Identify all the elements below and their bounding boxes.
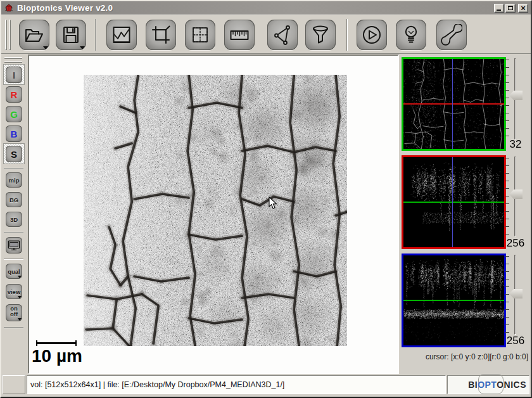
bulb-icon	[400, 24, 422, 46]
channel-g-button[interactable]: G	[6, 106, 22, 122]
view-label: view	[8, 288, 21, 295]
toolbar-handle[interactable]	[5, 20, 7, 50]
filter-button[interactable]	[305, 20, 336, 50]
on-off-button[interactable]: on off	[6, 304, 22, 321]
play-button[interactable]	[357, 20, 387, 50]
sidebar-handle[interactable]	[4, 61, 22, 63]
dropdown-arrow-icon	[18, 276, 22, 278]
sidebar-separator	[4, 259, 23, 260]
cursor-readout: cursor: [x:0 y:0 z:0][r:0 g:0 b:0]	[426, 352, 528, 361]
yz-slice-view[interactable]	[402, 254, 506, 347]
toolbar-handle[interactable]	[9, 20, 11, 50]
left-toolbar: I R G B S mip BG 3D qual view	[1, 55, 27, 374]
statusbar: vol: [512x512x64x1] | file: [E:/Desktop/…	[1, 374, 531, 397]
channel-i-selected-box: I	[3, 64, 25, 85]
bg-button[interactable]: BG	[6, 192, 22, 207]
play-icon	[361, 24, 383, 46]
channel-s-selected-box: S	[3, 143, 25, 164]
xz-slice-canvas	[403, 157, 504, 247]
volume-file-status: vol: [512x512x64x1] | file: [E:/Desktop/…	[30, 380, 284, 389]
mouse-cursor-icon	[269, 196, 277, 210]
measure-button[interactable]	[224, 20, 255, 50]
slider-thumb[interactable]	[509, 189, 522, 199]
channel-i-button[interactable]: I	[6, 67, 22, 83]
sidebar-separator	[4, 232, 23, 233]
channel-r-button[interactable]: R	[6, 86, 22, 103]
xz-slice-view[interactable]	[402, 155, 506, 249]
x-slice-slider[interactable]	[504, 255, 529, 335]
scale-bar-label: 10 µm	[32, 346, 82, 366]
crop-icon	[150, 24, 172, 46]
minimize-icon	[497, 10, 501, 11]
ruler-icon	[229, 24, 250, 46]
app-window: Bioptonics Viewer v2.0 ×	[0, 0, 532, 398]
slider-value: 256	[502, 335, 529, 347]
xy-slice-canvas	[403, 59, 504, 149]
channel-b-button[interactable]: B	[6, 125, 22, 142]
view-button[interactable]: view	[6, 284, 22, 299]
grid-icon	[189, 24, 211, 46]
dropdown-arrow-icon	[43, 46, 48, 49]
y-slice-slider[interactable]	[504, 157, 529, 236]
scale-bar	[36, 342, 77, 344]
channel-s-button[interactable]: S	[6, 146, 22, 162]
toolbar-separator	[95, 19, 96, 51]
sidebar-handle[interactable]	[4, 57, 22, 59]
angle-measure-button[interactable]	[267, 20, 298, 50]
slider-value: 32	[502, 138, 529, 151]
qual-button[interactable]: qual	[6, 264, 22, 279]
close-icon: ×	[519, 3, 528, 13]
maximize-icon	[508, 6, 513, 10]
funnel-icon	[310, 24, 331, 46]
dropdown-arrow-icon	[18, 296, 22, 298]
display-button[interactable]	[6, 237, 22, 254]
slider-ticks	[505, 256, 509, 333]
grid-button[interactable]	[185, 20, 215, 50]
lighting-button[interactable]	[396, 20, 426, 50]
angle-icon	[272, 24, 293, 46]
wrench-icon	[441, 24, 462, 46]
slider-thumb[interactable]	[509, 289, 522, 298]
3d-button[interactable]: 3D	[6, 212, 22, 227]
titlebar: Bioptonics Viewer v2.0 ×	[1, 1, 531, 15]
logo-panel: BIOPTONICS	[447, 375, 529, 394]
status-panel: vol: [512x512x64x1] | file: [E:/Desktop/…	[27, 375, 446, 394]
window-title: Bioptonics Viewer v2.0	[17, 3, 494, 13]
toolbar	[1, 15, 531, 54]
statusbar-grip	[3, 375, 25, 394]
qual-label: qual	[8, 268, 20, 275]
maximize-button[interactable]	[505, 4, 516, 13]
save-floppy-icon	[60, 24, 82, 46]
save-button[interactable]	[56, 20, 86, 50]
bioptonics-logo: BIOPTONICS	[468, 380, 526, 390]
sidebar-separator	[4, 327, 23, 328]
slider-thumb[interactable]	[509, 91, 522, 100]
on-off-label: on off	[8, 305, 20, 317]
curve-plot-icon	[111, 24, 132, 46]
logo-pre: BI	[468, 380, 478, 390]
dropdown-arrow-icon	[80, 46, 85, 49]
sidebar-separator	[4, 168, 23, 169]
z-slice-slider[interactable]	[504, 58, 529, 139]
app-icon	[4, 3, 14, 13]
open-folder-icon	[23, 24, 45, 46]
yz-slice-canvas	[403, 255, 504, 345]
close-button[interactable]: ×	[518, 4, 528, 13]
window-controls: ×	[494, 4, 528, 13]
settings-button[interactable]	[436, 20, 467, 50]
crop-button[interactable]	[146, 20, 176, 50]
intensity-profile-button[interactable]	[106, 20, 137, 50]
logo-mid: OPT	[478, 380, 497, 390]
open-button[interactable]	[19, 20, 49, 50]
monitor-icon	[7, 240, 21, 252]
minimize-button[interactable]	[494, 4, 504, 13]
dropdown-arrow-icon	[18, 318, 22, 321]
main-viewport: 10 µm	[28, 55, 399, 374]
mip-button[interactable]: mip	[6, 172, 22, 188]
xy-slice-view[interactable]	[402, 57, 506, 151]
slider-ticks	[505, 158, 509, 235]
toolbar-separator	[346, 19, 348, 51]
slider-ticks	[505, 60, 509, 138]
slider-value: 256	[502, 237, 529, 250]
volume-slice-image[interactable]	[84, 75, 347, 346]
